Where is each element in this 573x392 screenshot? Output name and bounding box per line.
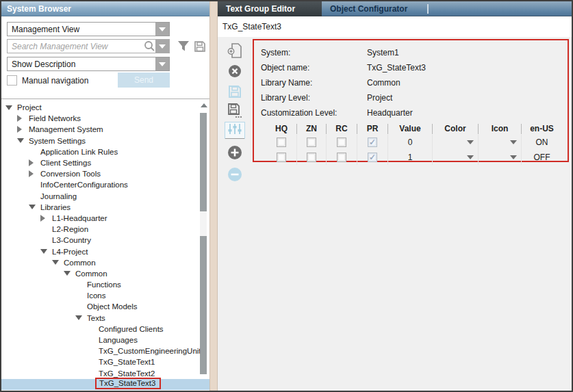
search-input[interactable] bbox=[8, 40, 144, 52]
tree-item-client-settings[interactable]: Client Settings bbox=[1, 157, 209, 168]
tree-item-txg-statetext1[interactable]: TxG_StateText1 bbox=[1, 356, 209, 367]
collapsed-arrow-icon[interactable] bbox=[29, 159, 40, 166]
save-as-icon[interactable] bbox=[227, 103, 242, 119]
tree-item-l1-headquarter[interactable]: L1-Headquarter bbox=[1, 213, 209, 224]
tree-item-common[interactable]: Common bbox=[1, 268, 209, 279]
scrollbar-track[interactable] bbox=[200, 113, 207, 374]
tree-item-label: L4-Project bbox=[52, 248, 88, 256]
remove-icon[interactable] bbox=[227, 167, 242, 182]
field-value: TxG_StateText3 bbox=[367, 63, 426, 73]
tab-object-configurator[interactable]: Object Configurator bbox=[322, 1, 426, 16]
chevron-down-icon[interactable] bbox=[155, 23, 169, 36]
field-value: Project bbox=[367, 93, 392, 103]
tree-item-txg-customengineeringunits[interactable]: TxG_CustomEngineeringUnits bbox=[1, 345, 209, 356]
hq-checkbox[interactable] bbox=[277, 138, 286, 147]
icon-dropdown-icon[interactable] bbox=[510, 155, 517, 159]
form-field: Object name:TxG_StateText3 bbox=[261, 60, 568, 75]
table-row: 1OFF bbox=[266, 150, 562, 165]
filter-icon[interactable] bbox=[177, 40, 190, 53]
expanded-arrow-icon[interactable] bbox=[29, 205, 40, 209]
en-us-cell: ON bbox=[521, 135, 562, 150]
tree-item-journaling[interactable]: Journaling bbox=[1, 191, 209, 202]
expanded-arrow-icon[interactable] bbox=[52, 260, 64, 265]
column-header-pr: PR bbox=[357, 124, 387, 134]
tree-item-l2-region[interactable]: L2-Region bbox=[1, 224, 209, 235]
rc-checkbox[interactable] bbox=[337, 153, 346, 162]
expanded-arrow-icon[interactable] bbox=[75, 315, 87, 320]
scroll-up-icon[interactable] bbox=[201, 103, 207, 107]
expanded-arrow-icon[interactable] bbox=[17, 138, 29, 143]
scrollbar-thumb[interactable] bbox=[200, 211, 207, 236]
tree-item-conversion-tools[interactable]: Conversion Tools bbox=[1, 168, 209, 179]
expanded-arrow-icon[interactable] bbox=[40, 249, 52, 254]
send-button[interactable]: Send bbox=[118, 73, 170, 88]
color-dropdown-icon[interactable] bbox=[467, 155, 474, 159]
hq-checkbox[interactable] bbox=[277, 153, 286, 162]
tree-scrollbar[interactable] bbox=[200, 102, 207, 389]
expanded-arrow-icon[interactable] bbox=[5, 105, 17, 110]
tree-item-label: Object Models bbox=[87, 302, 138, 311]
display-mode-dropdown[interactable]: Show Description bbox=[7, 57, 170, 71]
tab-divider bbox=[427, 4, 429, 14]
import-icon[interactable] bbox=[227, 42, 242, 59]
tab-text-group-editor[interactable]: Text Group Editor bbox=[218, 1, 322, 16]
rc-checkbox[interactable] bbox=[337, 138, 346, 147]
tree-item-functions[interactable]: Functions bbox=[1, 279, 209, 290]
tree-item-configured-clients[interactable]: Configured Clients bbox=[1, 324, 209, 335]
search-dropdown-icon[interactable] bbox=[155, 40, 169, 53]
selected-object-name: TxG_StateText3 bbox=[222, 22, 281, 31]
tree-item-l3-country[interactable]: L3-Country bbox=[1, 235, 209, 246]
zn-checkbox[interactable] bbox=[307, 138, 316, 147]
pr-checkbox[interactable] bbox=[368, 153, 377, 162]
icon-dropdown-icon[interactable] bbox=[510, 140, 517, 144]
tree-item-label: Common bbox=[75, 270, 107, 278]
manual-navigation-checkbox[interactable] bbox=[7, 75, 17, 86]
state-text-table: HQZNRCPRValueColorIconen-US 0ON1OFF bbox=[266, 122, 562, 165]
field-label: Customization Level: bbox=[261, 108, 367, 118]
collapsed-arrow-icon[interactable] bbox=[29, 170, 40, 177]
tree-item-texts[interactable]: Texts bbox=[1, 313, 209, 324]
tree-item-object-models[interactable]: Object Models bbox=[1, 301, 209, 312]
editor-content: System:System1Object name:TxG_StateText3… bbox=[218, 37, 572, 391]
zn-checkbox[interactable] bbox=[307, 153, 316, 162]
form-field: Library Name:Common bbox=[261, 75, 568, 90]
tree-item-icons[interactable]: Icons bbox=[1, 290, 209, 301]
tree-item-label: Application Link Rules bbox=[40, 148, 118, 156]
tree-item-application-link-rules[interactable]: Application Link Rules bbox=[1, 146, 209, 157]
field-label: Library Name: bbox=[261, 78, 367, 88]
tree-item-field-networks[interactable]: Field Networks bbox=[1, 113, 209, 124]
tree-item-infocenterconfigurations[interactable]: InfoCenterConfigurations bbox=[1, 179, 209, 190]
tree-item-label: TxG_CustomEngineeringUnits bbox=[99, 347, 205, 355]
tree-item-txg-statetext3[interactable]: TxG_StateText3 bbox=[1, 379, 209, 390]
text-group-form: System:System1Object name:TxG_StateText3… bbox=[253, 39, 569, 162]
tree-item-txg-statetext2[interactable]: TxG_StateText2 bbox=[1, 368, 209, 379]
view-selector-dropdown[interactable]: Management View bbox=[7, 22, 170, 36]
expanded-arrow-icon[interactable] bbox=[64, 271, 75, 276]
tree-item-management-system[interactable]: Management System bbox=[1, 124, 209, 135]
controls-separator bbox=[1, 99, 209, 99]
tree-item-l4-project[interactable]: L4-Project bbox=[1, 246, 209, 257]
cancel-icon[interactable] bbox=[228, 64, 242, 78]
tree-item-libraries[interactable]: Libraries bbox=[1, 202, 209, 213]
tree-item-label: Libraries bbox=[40, 203, 71, 211]
tree-item-common[interactable]: Common bbox=[1, 257, 209, 268]
view-selector-value: Management View bbox=[12, 25, 79, 34]
collapsed-arrow-icon[interactable] bbox=[17, 126, 29, 133]
save-icon[interactable] bbox=[228, 85, 242, 99]
color-dropdown-icon[interactable] bbox=[467, 140, 474, 144]
tree-item-languages[interactable]: Languages bbox=[1, 335, 209, 345]
collapsed-arrow-icon[interactable] bbox=[17, 115, 29, 122]
collapsed-arrow-icon[interactable] bbox=[40, 215, 52, 222]
pr-checkbox[interactable] bbox=[368, 138, 377, 147]
form-field: System:System1 bbox=[261, 45, 568, 60]
configure-icon[interactable] bbox=[225, 122, 245, 139]
add-icon[interactable] bbox=[227, 145, 242, 160]
column-header-en-us: en-US bbox=[521, 124, 562, 134]
tree-item-system-settings[interactable]: System Settings bbox=[1, 135, 209, 146]
tree-item-project[interactable]: Project bbox=[1, 102, 209, 113]
save-icon[interactable] bbox=[194, 40, 206, 53]
tree-item-label: InfoCenterConfigurations bbox=[40, 181, 128, 189]
panel-splitter[interactable] bbox=[209, 1, 218, 391]
chevron-down-icon[interactable] bbox=[155, 57, 169, 70]
search-field[interactable] bbox=[7, 39, 170, 53]
